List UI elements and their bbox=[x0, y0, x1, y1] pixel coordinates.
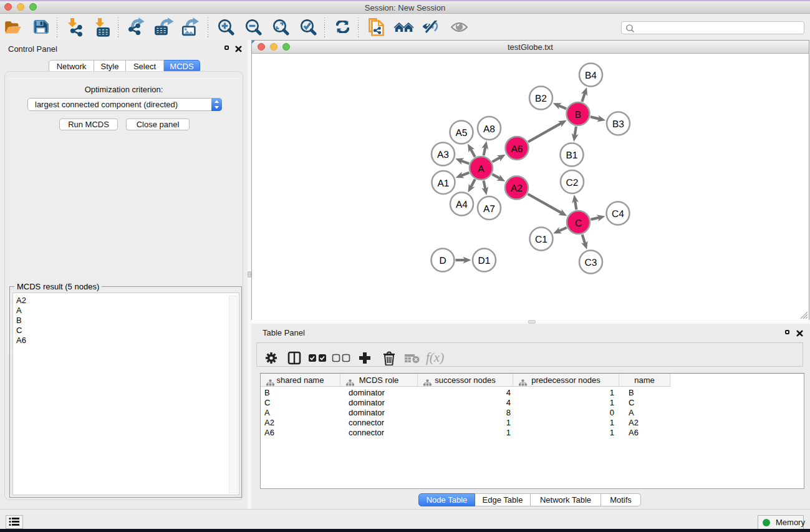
svg-text:C4: C4 bbox=[612, 209, 624, 220]
svg-text:B: B bbox=[575, 110, 581, 120]
svg-text:A6: A6 bbox=[511, 144, 523, 155]
svg-text:C1: C1 bbox=[535, 235, 547, 245]
svg-text:D1: D1 bbox=[478, 256, 491, 266]
svg-text:A4: A4 bbox=[456, 200, 468, 210]
svg-text:A: A bbox=[478, 164, 485, 175]
svg-text:C: C bbox=[575, 218, 582, 229]
svg-text:C2: C2 bbox=[566, 178, 579, 188]
svg-text:B3: B3 bbox=[612, 119, 624, 130]
svg-text:A5: A5 bbox=[456, 128, 468, 138]
svg-text:B1: B1 bbox=[566, 150, 578, 161]
svg-text:C3: C3 bbox=[585, 258, 597, 268]
svg-text:A8: A8 bbox=[483, 124, 495, 135]
svg-text:D: D bbox=[439, 256, 446, 266]
svg-text:A7: A7 bbox=[483, 204, 495, 215]
svg-text:A1: A1 bbox=[438, 178, 450, 189]
svg-text:A2: A2 bbox=[511, 183, 523, 194]
svg-text:A3: A3 bbox=[437, 150, 449, 160]
svg-text:B2: B2 bbox=[535, 94, 547, 104]
svg-text:B4: B4 bbox=[585, 70, 597, 81]
